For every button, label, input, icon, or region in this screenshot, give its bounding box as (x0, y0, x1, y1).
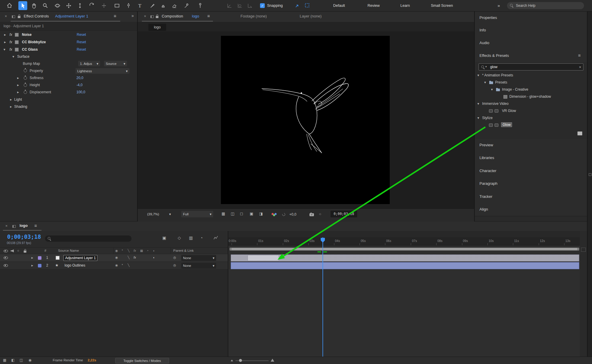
chevron-right-icon[interactable]: ▸ (4, 40, 6, 44)
panel-menu-icon[interactable]: ≡ (207, 13, 210, 18)
chevron-down-icon[interactable]: ▾ (12, 54, 14, 59)
viewer-timecode-field[interactable]: 0;00;03;18 (331, 211, 357, 217)
toggle-switches-modes-button[interactable]: Toggle Switches / Modes (115, 358, 169, 363)
motion-blur-icon[interactable]: ◔ (200, 235, 203, 240)
effect-reset-link[interactable]: Reset (77, 40, 86, 44)
roto-brush-tool[interactable] (184, 3, 190, 9)
chevron-right-icon[interactable]: ▸ (17, 83, 19, 87)
brush-tool[interactable] (150, 3, 155, 9)
tree-row-dimension-glow-shadow[interactable]: Dimension - glow+shadow (475, 93, 587, 100)
effect-row-noise[interactable]: ▸ fx Noise Reset (0, 31, 137, 39)
effect-name[interactable]: CC Blobbylize (22, 40, 46, 44)
effect-name[interactable]: Noise (22, 33, 32, 37)
effect-controls-layer-name[interactable]: Adjustment Layer 1 (55, 14, 88, 18)
chevron-right-icon[interactable]: ▸ (17, 76, 19, 80)
panel-menu-icon[interactable]: ≡ (34, 223, 37, 228)
layer-row-2[interactable]: ▸ 2 ★ logo Outlines ◉ * ╲ ◎ None▾ (0, 262, 228, 270)
pixel-aspect-icon[interactable]: ◨ (259, 211, 263, 216)
chevron-down-icon[interactable]: ▾ (491, 87, 493, 92)
timeline-zoom-handle[interactable] (239, 359, 242, 362)
light-group-row[interactable]: ▸ Light (0, 96, 137, 103)
graph-editor-icon[interactable] (213, 235, 219, 240)
layer-bar-logo-outlines[interactable] (231, 262, 579, 269)
collapse-switch-icon[interactable]: * (122, 263, 123, 267)
chevron-right-icon[interactable]: ▸ (31, 256, 33, 260)
softness-value[interactable]: 20,0 (76, 76, 83, 80)
search-options-chevron-icon[interactable]: ▾ (485, 65, 487, 68)
workspace-default[interactable]: Default (333, 4, 345, 8)
tab-overflow-chevron[interactable]: » (131, 13, 134, 18)
layer-bar-adjustment[interactable] (231, 254, 579, 262)
stopwatch-icon[interactable] (24, 69, 27, 72)
layer-bar-selected-segment[interactable] (248, 255, 279, 261)
pan-behind-tool[interactable] (101, 3, 107, 9)
timeline-options-icon[interactable] (581, 248, 586, 252)
column-parent-link[interactable]: Parent & Link (173, 249, 194, 252)
chevron-down-icon[interactable]: ▾ (484, 80, 486, 84)
pen-tool[interactable] (126, 3, 131, 9)
home-icon[interactable] (7, 3, 12, 9)
chevron-right-icon[interactable]: ▸ (10, 97, 12, 102)
panel-header-audio[interactable]: Audio (475, 37, 587, 50)
quality-column-icon[interactable]: ╲ (128, 249, 129, 252)
composition-canvas[interactable] (221, 36, 390, 204)
tree-label-selected[interactable]: Glow (501, 122, 512, 127)
viewer-area[interactable] (138, 31, 474, 209)
layer-name-edit-box[interactable]: Adjustment Layer 1 (63, 255, 97, 261)
displacement-value[interactable]: 100,0 (76, 90, 85, 94)
workspace-review[interactable]: Review (368, 4, 380, 8)
workspace-overflow-chevron[interactable]: » (498, 3, 500, 8)
playhead-line[interactable] (323, 237, 323, 357)
workspace-small-screen[interactable]: Small Screen (431, 4, 453, 8)
new-animation-preset-icon[interactable] (577, 132, 582, 135)
workspace-learn[interactable]: Learn (400, 4, 410, 8)
shading-group-row[interactable]: ▸ Shading (0, 103, 137, 110)
tree-label[interactable]: Image - Creative (502, 87, 528, 92)
property-dropdown[interactable]: Lightness▾ (76, 68, 129, 74)
panel-header-preview[interactable]: Preview (475, 139, 587, 152)
panel-menu-icon[interactable]: ≡ (578, 53, 581, 58)
snap-guides-icon[interactable] (304, 2, 310, 8)
axis-local-icon[interactable] (227, 3, 232, 9)
surface-group-row[interactable]: ▾ Surface (0, 53, 137, 60)
transparency-grid-icon[interactable]: ◫ (231, 211, 234, 216)
panel-header-effects-presets[interactable]: Effects & Presets ≡ (475, 49, 587, 62)
height-value[interactable]: -4,0 (76, 83, 83, 87)
tree-row-presets[interactable]: ▾ Presets (475, 79, 587, 86)
effects-presets-search-field[interactable]: ▾ glow × (479, 63, 583, 70)
stopwatch-icon[interactable] (24, 84, 27, 87)
audio-column-speaker-icon[interactable] (11, 249, 14, 252)
panel-header-paragraph[interactable]: Paragraph (475, 177, 587, 191)
axis-world-icon[interactable] (237, 3, 243, 9)
chevron-right-icon[interactable]: ▸ (31, 263, 33, 267)
render-settings-icon[interactable]: ◧ (11, 358, 15, 362)
adjustment-switch-icon[interactable]: ◐ (153, 256, 155, 259)
time-ruler[interactable]: 0:00s 01s 02s 03s 04s 05s 06s 07s 08s 09… (228, 237, 580, 246)
chevron-down-icon[interactable]: ▾ (4, 47, 5, 52)
bump-map-layer-dropdown[interactable]: 1. Adjus▾ (78, 61, 100, 66)
resolution-dropdown[interactable]: Full▾ (181, 211, 213, 217)
layer-visibility-eye-icon[interactable] (4, 264, 8, 267)
panel-header-character[interactable]: Character (475, 165, 587, 178)
layer-name[interactable]: logo Outlines (65, 263, 85, 267)
orbit-camera-tool[interactable] (54, 3, 60, 9)
tree-label[interactable]: Dimension - glow+shadow (509, 94, 551, 99)
data-icon[interactable]: ▦ (3, 358, 6, 362)
lock-icon[interactable] (18, 16, 20, 18)
snapping-checkbox[interactable]: ✓ (260, 3, 265, 8)
region-of-interest-icon[interactable]: ▣ (250, 211, 253, 216)
layer-row-1[interactable]: ▸ 1 Adjustment Layer 1 ◉ ╲ fx ◐ ◎ None▾ (0, 254, 228, 262)
tree-label[interactable]: VR Glow (502, 109, 516, 113)
parent-dropdown[interactable]: None▾ (181, 255, 216, 261)
tree-label[interactable]: * Animation Presets (482, 73, 513, 77)
snap-features-icon[interactable] (295, 2, 301, 8)
fx-switch-icon[interactable]: fx (134, 256, 136, 259)
stopwatch-icon[interactable] (24, 91, 27, 94)
snapshot-camera-icon[interactable] (309, 213, 314, 216)
zoom-tool[interactable] (42, 3, 48, 9)
tree-row-stylize[interactable]: ▾ Stylize (475, 114, 587, 121)
chevron-right-icon[interactable]: ▸ (4, 33, 6, 37)
tab-layer[interactable]: Layer (none) (300, 14, 322, 18)
panel-menu-icon[interactable]: ≡ (114, 13, 116, 18)
close-icon[interactable]: × (5, 224, 8, 228)
